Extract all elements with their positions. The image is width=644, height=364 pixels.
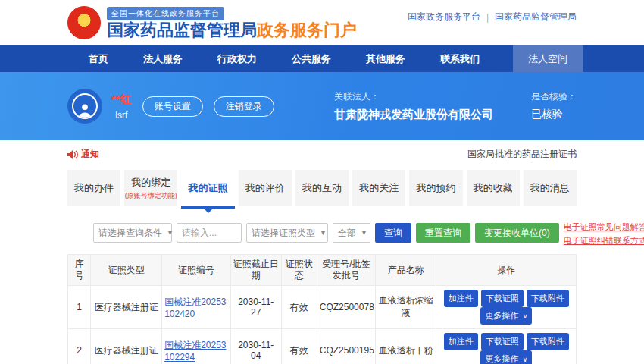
nav-item[interactable]: 其他服务	[366, 52, 405, 66]
chevron-down-icon: ▼	[320, 229, 327, 237]
speaker-icon	[67, 150, 78, 159]
cert-help-link[interactable]: 电子证照常见问题解答	[564, 221, 644, 233]
cell-acceptance-number: CQZ2500195	[317, 329, 375, 364]
cert-help-links: 电子证照常见问题解答电子证照纠错联系方式	[564, 221, 644, 246]
chevron-down-icon: ▼	[361, 229, 367, 237]
notice-link[interactable]: 通知	[67, 148, 99, 161]
tab[interactable]: 我的消息	[524, 170, 577, 206]
table-header-cell: 证照截止日期	[230, 255, 281, 286]
change-receiver-button[interactable]: 变更接收单位(0)	[475, 223, 559, 243]
scope-select[interactable]: 全部 ▼	[333, 223, 370, 243]
table-header-cell: 证照状态	[281, 255, 317, 286]
license-type-value: 请选择证照类型	[252, 227, 315, 240]
main-navbar: 首页法人服务行政权力公共服务其他服务联系我们 法人空间	[0, 46, 644, 72]
license-type-select[interactable]: 请选择证照类型 ▼	[246, 223, 328, 243]
chevron-down-icon: ∨	[521, 356, 527, 363]
tab-label: 我的互动	[302, 181, 342, 195]
license-table-wrap: 序号证照类型证照编号证照截止日期证照状态受理号/批签发批号产品名称操作 1医疗器…	[0, 254, 644, 364]
tab[interactable]: 我的收藏	[467, 170, 520, 206]
reset-button[interactable]: 重置查询	[416, 223, 470, 243]
cell-status: 有效	[281, 329, 317, 364]
tab[interactable]: 我的评价	[239, 170, 292, 206]
table-row: 1医疗器械注册证国械注准202531024202030-11-27有效CQZ25…	[68, 286, 577, 329]
tab-label: 我的消息	[530, 181, 570, 195]
user-identity: **红 lsrf	[111, 93, 132, 121]
nav-item[interactable]: 首页	[89, 52, 108, 66]
site-title-accent: 政务服务门户	[257, 20, 357, 39]
user-name: **红	[111, 93, 132, 107]
cell-license-number: 国械注准20253102420	[162, 286, 231, 329]
nav-item[interactable]: 行政权力	[217, 52, 257, 66]
cell-license-number: 国械注准20253102294	[162, 329, 231, 364]
cell-product-name: 血液透析浓缩液	[375, 286, 436, 329]
nav-item[interactable]: 联系我们	[440, 52, 480, 66]
chevron-down-icon: ▼	[167, 229, 174, 237]
action-button-item[interactable]: 加注件	[444, 333, 478, 350]
tab-subtitle: (原账号绑定功能)	[125, 191, 177, 201]
cert-help-link[interactable]: 电子证照纠错联系方式	[564, 235, 644, 246]
tab[interactable]: 我的预约	[409, 170, 462, 206]
top-link[interactable]: 国家药品监督管理局	[495, 11, 577, 24]
action-button-item[interactable]: 下载附件	[527, 290, 569, 307]
cell-index: 2	[68, 329, 91, 364]
platform-badge: 全国一体化在线政务服务平台	[107, 7, 224, 20]
tab[interactable]: 我的办件	[67, 170, 120, 206]
nav-item-legal-space[interactable]: 法人空间	[513, 46, 583, 72]
banner-info: 关联法人： 甘肃陇神戎发药业股份有限公司 是否核验： 已核验	[334, 90, 577, 122]
action-button-item[interactable]: 下载附件	[527, 333, 569, 350]
keyword-input[interactable]	[177, 223, 242, 243]
related-legal-label: 关联法人：	[334, 90, 493, 103]
action-button-item[interactable]: 下载证照	[481, 333, 524, 350]
tab-label: 我的绑定	[131, 176, 170, 190]
action-button-more[interactable]: 更多操作 ∨	[480, 350, 532, 364]
table-header-row: 序号证照类型证照编号证照截止日期证照状态受理号/批签发批号产品名称操作	[68, 255, 577, 286]
user-icon	[72, 93, 98, 119]
table-header-cell: 受理号/批签发批号	[317, 255, 375, 286]
action-button-item[interactable]: 加注件	[444, 290, 478, 307]
notice-right-text[interactable]: 国家局批准的药品注册证书	[467, 148, 577, 161]
license-number-link[interactable]: 国械注准20253102420	[164, 296, 228, 319]
filter-row: 请选择查询条件 ▼ 请选择证照类型 ▼ 全部 ▼ 查询 重置查询 变更接收单位(…	[0, 223, 644, 246]
top-link[interactable]: 国家政务服务平台	[408, 11, 480, 24]
verify-block: 是否核验： 已核验	[531, 90, 577, 122]
table-header-cell: 序号	[68, 255, 91, 286]
tab[interactable]: 我的互动	[295, 170, 349, 206]
cell-product-name: 血液透析干粉	[375, 329, 436, 364]
national-emblem-logo: ★	[67, 6, 101, 39]
tab-label: 我的收藏	[474, 181, 513, 195]
nav-item[interactable]: 法人服务	[143, 52, 183, 66]
table-header-cell: 证照编号	[162, 255, 231, 286]
query-condition-select[interactable]: 请选择查询条件 ▼	[93, 223, 172, 243]
tab-label: 我的关注	[359, 181, 399, 195]
link-separator: |	[486, 12, 489, 23]
table-body: 1医疗器械注册证国械注准202531024202030-11-27有效CQZ25…	[68, 286, 577, 364]
cell-actions: 加注件下载证照下载附件更多操作 ∨	[436, 286, 577, 329]
search-button[interactable]: 查询	[375, 223, 411, 243]
logout-button[interactable]: 注销登录	[214, 96, 274, 117]
tab-label: 我的评价	[245, 181, 285, 195]
cell-license-type: 医疗器械注册证	[91, 329, 162, 364]
cell-status: 有效	[281, 286, 317, 329]
cell-actions: 加注件下载证照下载附件更多操作 ∨	[436, 329, 577, 364]
star-icon: ★	[79, 16, 89, 27]
query-condition-value: 请选择查询条件	[98, 227, 162, 240]
tab[interactable]: 我的关注	[352, 170, 405, 206]
license-number-link[interactable]: 国械注准20253102294	[164, 339, 228, 362]
tabs: 我的办件我的绑定(原账号绑定功能)我的证照我的评价我的互动我的关注我的预约我的收…	[67, 170, 577, 206]
chevron-down-icon: ∨	[521, 312, 527, 320]
tab[interactable]: 我的绑定(原账号绑定功能)	[124, 170, 177, 206]
notice-row: 通知 国家局批准的药品注册证书	[0, 148, 644, 161]
nav-item[interactable]: 公共服务	[292, 52, 331, 66]
cell-expiry-date: 2030-11-04	[230, 329, 281, 364]
avatar	[67, 89, 102, 124]
action-button-item[interactable]: 下载证照	[481, 290, 524, 307]
site-title: 国家药品监督管理局政务服务门户	[107, 20, 357, 40]
action-button-more[interactable]: 更多操作 ∨	[480, 307, 532, 325]
user-banner: **红 lsrf 账号设置 注销登录 关联法人： 甘肃陇神戎发药业股份有限公司 …	[0, 72, 644, 140]
tab-label: 我的预约	[416, 181, 455, 195]
top-links: 国家政务服务平台|国家药品监督管理局	[408, 11, 577, 24]
account-settings-button[interactable]: 账号设置	[142, 96, 203, 117]
table-header-cell: 操作	[436, 255, 577, 286]
tab[interactable]: 我的证照	[181, 170, 234, 206]
user-account: lsrf	[111, 110, 132, 121]
